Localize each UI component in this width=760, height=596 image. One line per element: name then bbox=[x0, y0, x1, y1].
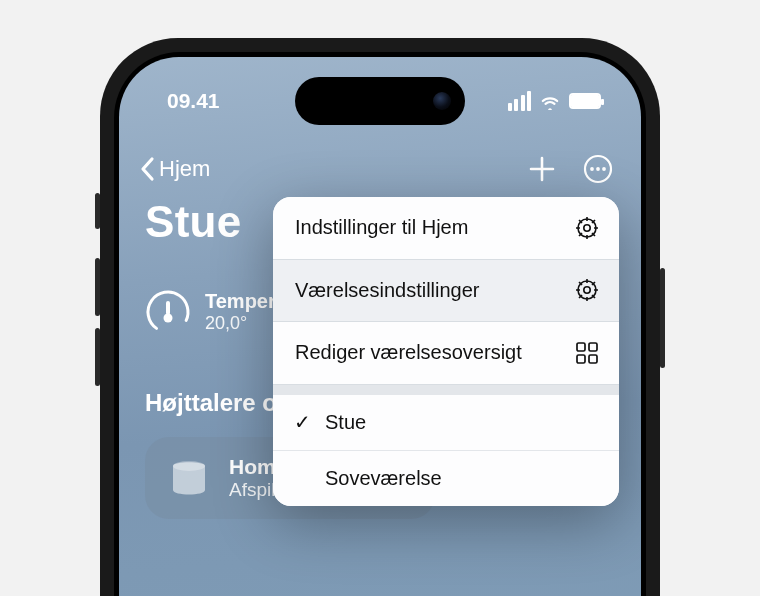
thermometer-icon bbox=[145, 289, 191, 335]
svg-point-17 bbox=[584, 225, 590, 231]
power-button[interactable] bbox=[660, 268, 665, 368]
svg-rect-29 bbox=[589, 343, 597, 351]
menu-home-settings[interactable]: Indstillinger til Hjem bbox=[273, 197, 619, 260]
volume-down-button[interactable] bbox=[95, 328, 100, 386]
menu-item-label: Rediger værelsesoversigt bbox=[295, 340, 561, 366]
mute-switch[interactable] bbox=[95, 193, 100, 229]
grid-icon bbox=[575, 341, 599, 365]
svg-rect-5 bbox=[166, 301, 170, 315]
wifi-icon bbox=[539, 92, 561, 110]
phone-frame: 09.41 bbox=[100, 38, 660, 596]
menu-divider bbox=[273, 385, 619, 395]
dynamic-island bbox=[295, 77, 465, 125]
menu-edit-overview[interactable]: Rediger værelsesoversigt bbox=[273, 322, 619, 385]
cellular-icon bbox=[508, 91, 532, 111]
menu-item-label: Indstillinger til Hjem bbox=[295, 215, 561, 241]
svg-point-2 bbox=[596, 167, 600, 171]
battery-icon bbox=[569, 93, 601, 109]
svg-rect-30 bbox=[577, 355, 585, 363]
add-button[interactable] bbox=[527, 154, 557, 184]
gear-icon bbox=[575, 278, 599, 302]
context-menu: Indstillinger til Hjem Værelsesindstil bbox=[273, 197, 619, 506]
room-label: Soveværelse bbox=[325, 467, 442, 490]
room-label: Stue bbox=[325, 411, 366, 434]
checkmark-icon: ✓ bbox=[291, 412, 313, 432]
menu-room-sovevaerelse[interactable]: Soveværelse bbox=[273, 451, 619, 506]
more-button[interactable] bbox=[583, 154, 613, 184]
front-camera bbox=[433, 92, 451, 110]
status-time: 09.41 bbox=[167, 89, 220, 113]
svg-point-27 bbox=[584, 287, 590, 293]
svg-rect-28 bbox=[577, 343, 585, 351]
homepod-icon bbox=[167, 458, 211, 498]
svg-point-7 bbox=[173, 461, 205, 471]
back-button[interactable]: Hjem bbox=[139, 156, 210, 182]
nav-bar: Hjem bbox=[119, 145, 641, 193]
menu-room-settings[interactable]: Værelsesindstillinger bbox=[273, 260, 619, 323]
screen: 09.41 bbox=[119, 57, 641, 596]
svg-point-1 bbox=[590, 167, 594, 171]
menu-item-label: Værelsesindstillinger bbox=[295, 278, 561, 304]
gear-icon bbox=[575, 216, 599, 240]
svg-point-3 bbox=[602, 167, 606, 171]
volume-up-button[interactable] bbox=[95, 258, 100, 316]
back-label: Hjem bbox=[159, 156, 210, 182]
menu-room-stue[interactable]: ✓ Stue bbox=[273, 395, 619, 451]
chevron-left-icon bbox=[139, 156, 157, 182]
svg-rect-31 bbox=[589, 355, 597, 363]
svg-point-6 bbox=[164, 314, 173, 323]
